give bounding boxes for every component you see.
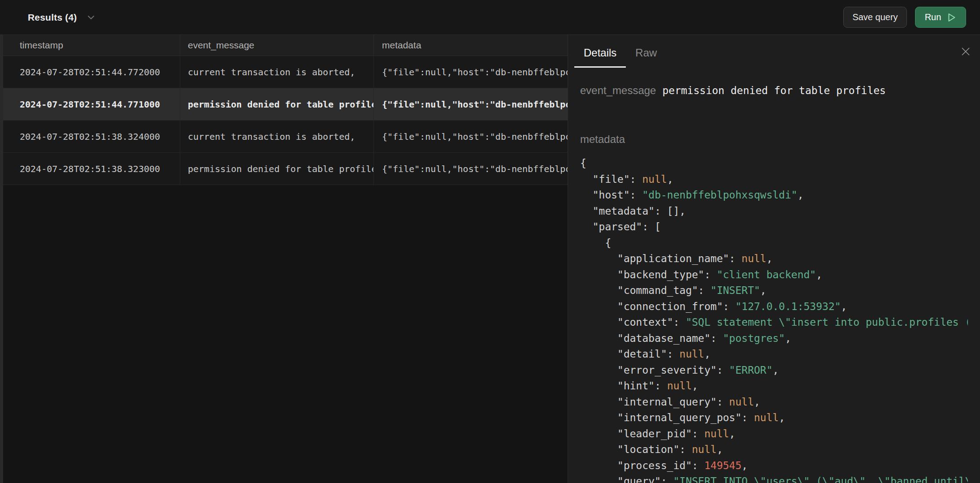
json-line: "location": null, bbox=[580, 444, 723, 455]
event-message-value: permission denied for table profiles bbox=[662, 83, 886, 99]
cell-event-message: permission denied for table profiles bbox=[180, 153, 374, 185]
results-count-label: Results (4) bbox=[28, 12, 77, 23]
details-tabs: Details Raw bbox=[568, 35, 980, 68]
cell-event-message: permission denied for table profiles bbox=[180, 88, 374, 120]
cell-timestamp: 2024-07-28T02:51:38.324000 bbox=[0, 121, 180, 152]
cell-timestamp: 2024-07-28T02:51:44.771000 bbox=[0, 88, 180, 120]
header-cell-event-message: event_message bbox=[180, 35, 374, 56]
table-row[interactable]: 2024-07-28T02:51:44.771000permission den… bbox=[0, 88, 568, 121]
json-line: "connection_from": "127.0.0.1:53932", bbox=[580, 301, 847, 312]
json-line: "detail": null, bbox=[580, 348, 711, 360]
json-line: "leader_pid": null, bbox=[580, 428, 735, 440]
json-line: "context": "SQL statement \"insert into … bbox=[580, 316, 968, 328]
details-panel-body: event_message permission denied for tabl… bbox=[568, 68, 980, 483]
close-button[interactable] bbox=[960, 46, 971, 57]
json-line: "error_severity": "ERROR", bbox=[580, 364, 779, 376]
run-button[interactable]: Run bbox=[915, 7, 966, 28]
table-row[interactable]: 2024-07-28T02:51:44.772000current transa… bbox=[0, 56, 568, 88]
cell-timestamp: 2024-07-28T02:51:44.772000 bbox=[0, 56, 180, 88]
header-cell-timestamp: timestamp bbox=[0, 35, 180, 56]
json-line: "file": null, bbox=[580, 173, 673, 185]
table-body: 2024-07-28T02:51:44.772000current transa… bbox=[0, 56, 568, 185]
cell-metadata: {"file":null,"host":"db-nenbffeblpohxsqw… bbox=[374, 88, 568, 120]
toolbar: Results (4) Save query Run bbox=[0, 0, 980, 34]
event-message-label: event_message bbox=[580, 82, 656, 98]
table-row[interactable]: 2024-07-28T02:51:38.323000permission den… bbox=[0, 153, 568, 185]
json-line: "process_id": 149545, bbox=[580, 460, 748, 471]
results-table: timestamp event_message metadata 2024-07… bbox=[0, 35, 568, 483]
log-explorer-page: { "toolbar": { "results_label": "Results… bbox=[0, 0, 980, 483]
json-line: "command_tag": "INSERT", bbox=[580, 285, 766, 296]
tab-details[interactable]: Details bbox=[574, 35, 626, 68]
close-icon bbox=[960, 46, 971, 57]
cell-event-message: current transaction is aborted, bbox=[180, 56, 374, 88]
json-line: "parsed": [ bbox=[580, 221, 661, 233]
tab-raw[interactable]: Raw bbox=[626, 35, 666, 68]
json-line: "database_name": "postgres", bbox=[580, 332, 791, 344]
table-header: timestamp event_message metadata bbox=[0, 35, 568, 56]
save-query-button[interactable]: Save query bbox=[843, 7, 907, 28]
metadata-json: { "file": null, "host": "db-nenbffeblpoh… bbox=[580, 155, 968, 483]
json-line: { bbox=[580, 237, 611, 249]
json-line: "application_name": null, bbox=[580, 253, 772, 264]
header-cell-metadata: metadata bbox=[374, 35, 568, 56]
results-dropdown[interactable]: Results (4) bbox=[28, 12, 96, 23]
left-edge-strip bbox=[0, 35, 3, 483]
chevron-down-icon bbox=[86, 13, 96, 22]
table-row[interactable]: 2024-07-28T02:51:38.324000current transa… bbox=[0, 121, 568, 153]
play-icon bbox=[947, 13, 956, 22]
cell-event-message: current transaction is aborted, bbox=[180, 121, 374, 152]
main-area: timestamp event_message metadata 2024-07… bbox=[0, 34, 980, 483]
details-panel: Details Raw event_message permission den… bbox=[568, 35, 980, 483]
cell-metadata: {"file":null,"host":"db-nenbffeblpohxsqw… bbox=[374, 153, 568, 185]
json-line: "hint": null, bbox=[580, 380, 698, 392]
json-line: "metadata": [], bbox=[580, 205, 685, 217]
metadata-label: metadata bbox=[580, 131, 968, 147]
json-line: "internal_query_pos": null, bbox=[580, 412, 785, 423]
event-message-field: event_message permission denied for tabl… bbox=[580, 82, 968, 99]
json-line: "host": "db-nenbffeblpohxsqwsldi", bbox=[580, 189, 804, 201]
cell-metadata: {"file":null,"host":"db-nenbffeblpohxsqw… bbox=[374, 56, 568, 88]
json-line: "query": "INSERT INTO \"users\" (\"aud\"… bbox=[580, 475, 968, 483]
json-line: "backend_type": "client backend", bbox=[580, 269, 822, 280]
cell-metadata: {"file":null,"host":"db-nenbffeblpohxsqw… bbox=[374, 121, 568, 152]
cell-timestamp: 2024-07-28T02:51:38.323000 bbox=[0, 153, 180, 185]
json-line: "internal_query": null, bbox=[580, 396, 760, 408]
run-button-label: Run bbox=[925, 12, 941, 22]
json-line: { bbox=[580, 157, 586, 169]
